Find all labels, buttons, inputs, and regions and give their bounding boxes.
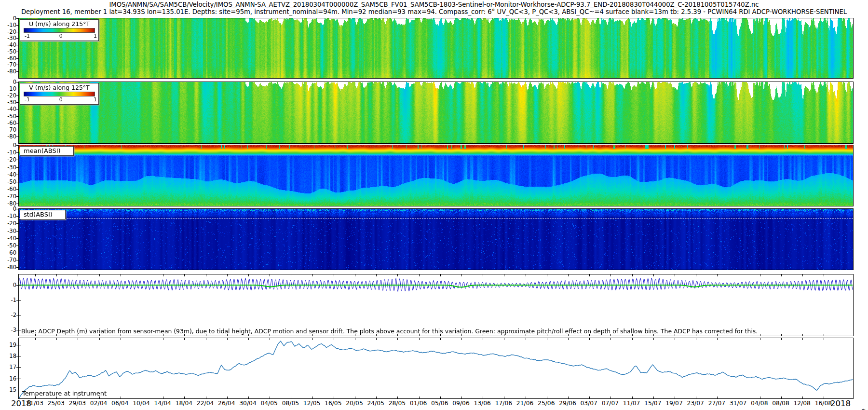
panel-u-velocity: U (m/s) along 215°T -1 0 1 0-10-20-30-40… [18, 18, 854, 79]
x-axis-date-label: 14/04 [154, 400, 171, 407]
y-axis-tick [16, 65, 19, 65]
y-axis-tick-label: 0 [1, 79, 16, 85]
y-axis-tick [16, 58, 19, 59]
y-axis-tick-label: -50 [1, 113, 16, 119]
y-axis-tick-label: -20 [1, 29, 16, 35]
y-axis-tick [16, 25, 19, 26]
y-axis-tick [16, 379, 19, 379]
depth-variation-plot [19, 274, 853, 336]
y-axis-tick-label: -10 [1, 22, 16, 28]
jet-colorbar [24, 92, 95, 96]
y-axis-tick [16, 209, 19, 209]
x-axis-date-label: 04/05 [260, 400, 277, 407]
u-colorbar-ticks: -1 0 1 [20, 33, 98, 39]
y-axis-tick-label: 0 [1, 206, 16, 212]
y-axis-tick [16, 130, 19, 130]
panel-depth-variation: Blue: ADCP Depth (m) variation from sens… [18, 274, 854, 336]
x-axis-date-label: 23/07 [687, 400, 704, 407]
x-axis-date-label: 31/07 [730, 400, 746, 407]
y-axis-tick [16, 216, 19, 217]
temperature-label: Temperature at instrument [22, 390, 107, 397]
x-axis-date-label: 10/04 [133, 400, 149, 407]
y-axis-tick-label: -30 [1, 228, 16, 234]
y-axis-tick [16, 160, 19, 160]
y-axis-tick-label: 0 [1, 142, 16, 148]
y-axis-tick-label: -10 [1, 86, 16, 92]
y-axis-tick-label: 16 [1, 376, 16, 382]
x-axis-date-label: 04/08 [751, 400, 768, 407]
time-axis: 2018 2018 21/0325/0329/0302/0406/0410/04… [0, 399, 868, 410]
y-axis-tick [16, 38, 19, 39]
mean-absi-label: mean(ABSI) [20, 146, 74, 156]
y-axis-tick-label: -40 [1, 106, 16, 112]
std-absi-heatmap [19, 209, 853, 270]
u-colorbar-legend: U (m/s) along 215°T -1 0 1 [20, 19, 99, 41]
colorbar-tick-min: -1 [25, 33, 30, 39]
y-axis-tick [16, 285, 19, 286]
colorbar-tick-zero: 0 [59, 96, 63, 103]
v-velocity-heatmap [19, 82, 853, 143]
x-axis-date-label: 27/07 [708, 400, 725, 407]
panel-mean-absi: mean(ABSI) 0-10-20-30-40-50-60-70-80 [18, 145, 854, 206]
y-axis-tick-label: -2 [1, 312, 16, 318]
y-axis-tick-label: -20 [1, 93, 16, 98]
y-axis-tick-label: 0 [1, 282, 16, 288]
y-axis-tick [16, 238, 19, 239]
x-axis-date-label: 12/08 [793, 400, 810, 407]
x-axis-date-label: 17/06 [495, 400, 512, 407]
y-axis-tick [16, 145, 19, 146]
x-axis-date-label: 11/07 [623, 400, 640, 407]
y-axis-tick-label: -40 [1, 172, 16, 178]
y-axis-tick [16, 96, 19, 96]
y-axis-tick [16, 116, 19, 117]
y-axis-tick [16, 246, 19, 246]
x-axis-date-label: 21/06 [516, 400, 533, 407]
y-axis-tick [16, 196, 19, 197]
y-axis-tick [16, 123, 19, 123]
v-colorbar-ticks: -1 0 1 [20, 96, 98, 103]
y-axis-tick-label: -50 [1, 243, 16, 248]
y-axis-tick [16, 189, 19, 190]
y-axis-tick [16, 182, 19, 182]
axis-year-right: 2018 [830, 399, 851, 408]
x-axis-date-label: 16/05 [325, 400, 341, 407]
x-axis-date-label: 08/08 [772, 400, 789, 407]
y-axis-tick-label: -70 [1, 257, 16, 263]
mean-absi-heatmap [19, 145, 853, 206]
y-axis-tick-label: -1 [1, 297, 16, 303]
y-axis-tick-label: -30 [1, 164, 16, 170]
y-axis-tick-label: -80 [1, 134, 16, 139]
adcp-deployment-figure: IMOS/ANMN/SA/SAM5CB/Velocity/IMOS_ANMN-S… [0, 0, 868, 410]
y-axis-tick-label: -80 [1, 68, 16, 74]
v-colorbar-legend: V (m/s) along 125°T -1 0 1 [20, 83, 99, 105]
y-axis-tick-label: 19 [1, 342, 16, 348]
panel-temperature: Temperature at instrument 1918171615 [18, 338, 854, 399]
y-axis-tick [16, 260, 19, 260]
y-axis-tick-label: -10 [1, 150, 16, 155]
u-velocity-heatmap [19, 18, 853, 78]
x-axis-date-label: 25/03 [47, 400, 64, 407]
x-axis-date-label: 02/04 [90, 400, 107, 407]
y-axis-tick-label: -20 [1, 157, 16, 163]
y-axis-tick [16, 300, 19, 301]
y-axis-tick [16, 204, 19, 204]
y-axis-tick-label: -50 [1, 179, 16, 185]
x-axis-date-label: 19/07 [665, 400, 682, 407]
u-legend-title: U (m/s) along 215°T [20, 20, 98, 27]
x-axis-date-label: 29/03 [69, 400, 86, 407]
temperature-plot [19, 338, 853, 398]
y-axis-tick-label: -60 [1, 55, 16, 61]
y-axis-tick [16, 367, 19, 368]
y-axis-tick-label: -70 [1, 193, 16, 199]
colorbar-tick-max: 1 [94, 33, 97, 39]
y-axis-tick [16, 390, 19, 390]
y-axis-tick [16, 45, 19, 45]
x-axis-date-label: 12/05 [303, 400, 320, 407]
x-axis-date-label: 20/05 [346, 400, 363, 407]
y-axis-tick [16, 315, 19, 315]
colorbar-tick-zero: 0 [59, 33, 63, 39]
y-axis-tick-label: -60 [1, 120, 16, 126]
y-axis-tick [16, 356, 19, 356]
y-axis-tick [16, 71, 19, 72]
y-axis-tick [16, 109, 19, 109]
